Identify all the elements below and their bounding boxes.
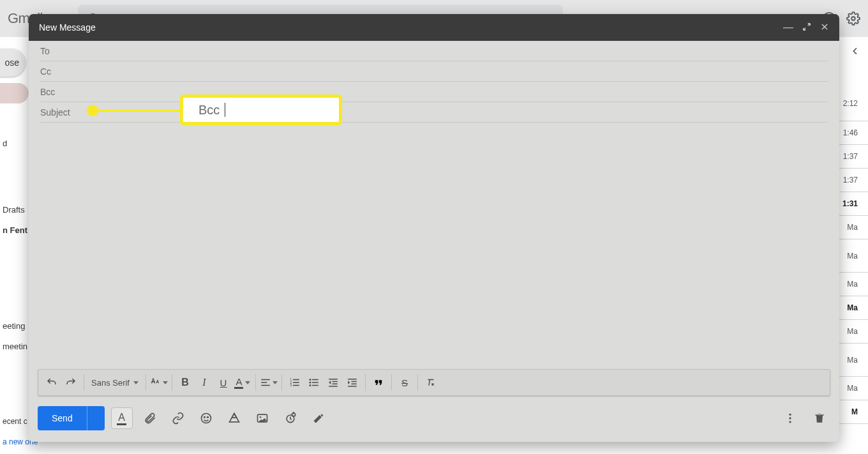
font-family-select[interactable]: Sans Serif bbox=[87, 378, 142, 388]
svg-point-15 bbox=[309, 382, 311, 384]
to-label: To bbox=[40, 46, 79, 56]
svg-rect-25 bbox=[351, 381, 356, 382]
sidebar-item[interactable]: d bbox=[0, 133, 29, 153]
svg-point-29 bbox=[204, 417, 205, 418]
sidebar-item[interactable]: Drafts bbox=[0, 199, 29, 220]
annotation-box: Bcc bbox=[180, 95, 342, 125]
send-options-button[interactable] bbox=[87, 406, 105, 430]
svg-rect-23 bbox=[329, 386, 338, 387]
insert-photo-icon[interactable] bbox=[251, 407, 273, 429]
compose-window: New Message — To Cc Bcc Subject Sans Ser… bbox=[29, 14, 839, 442]
more-options-icon[interactable] bbox=[779, 407, 801, 429]
confidential-mode-icon[interactable] bbox=[280, 407, 301, 429]
svg-rect-5 bbox=[261, 379, 270, 381]
bcc-field[interactable]: Bcc bbox=[40, 82, 828, 102]
sidebar-item[interactable]: n Fent bbox=[0, 220, 29, 240]
close-icon[interactable] bbox=[820, 22, 829, 33]
compose-title: New Message bbox=[39, 22, 96, 33]
underline-icon[interactable]: U bbox=[214, 373, 233, 392]
subject-label: Subject bbox=[40, 107, 79, 117]
svg-rect-8 bbox=[293, 379, 299, 381]
svg-point-28 bbox=[201, 414, 211, 423]
numbered-list-icon[interactable]: 123 bbox=[285, 373, 304, 392]
svg-point-35 bbox=[789, 414, 791, 416]
bold-icon[interactable]: B bbox=[176, 373, 195, 392]
chevron-down-icon bbox=[273, 381, 278, 384]
formatting-toolbar: Sans Serif B I U A 123 S bbox=[38, 369, 830, 396]
annotation-label: Bcc bbox=[198, 103, 220, 117]
svg-point-36 bbox=[789, 417, 791, 419]
svg-rect-6 bbox=[261, 382, 267, 383]
chevron-down-icon bbox=[163, 381, 168, 384]
sidebar-item[interactable]: eeting bbox=[0, 315, 29, 336]
svg-point-32 bbox=[260, 416, 262, 418]
popout-icon[interactable] bbox=[802, 22, 811, 33]
svg-point-30 bbox=[207, 417, 208, 418]
svg-point-16 bbox=[309, 384, 311, 386]
cc-label: Cc bbox=[40, 66, 79, 77]
svg-rect-34 bbox=[292, 414, 295, 416]
svg-point-14 bbox=[309, 379, 311, 381]
bcc-label: Bcc bbox=[40, 87, 79, 97]
settings-gear-icon[interactable] bbox=[846, 11, 860, 26]
text-cursor bbox=[225, 103, 225, 117]
svg-rect-9 bbox=[293, 382, 299, 383]
remove-formatting-icon[interactable] bbox=[421, 373, 440, 392]
align-icon[interactable] bbox=[259, 373, 278, 392]
compose-actions: Send A bbox=[38, 402, 830, 434]
svg-rect-17 bbox=[312, 379, 318, 381]
svg-rect-18 bbox=[312, 382, 318, 383]
discard-draft-icon[interactable] bbox=[809, 407, 830, 429]
left-sidebar: d Drafts n Fent eeting meetin ecent c a … bbox=[0, 43, 29, 452]
subject-field[interactable]: Subject bbox=[40, 102, 828, 123]
send-label: Send bbox=[52, 413, 73, 423]
insert-signature-icon[interactable] bbox=[308, 407, 329, 429]
text-color-icon[interactable]: A bbox=[233, 373, 252, 392]
annotation-line bbox=[93, 110, 182, 112]
svg-rect-20 bbox=[329, 379, 338, 380]
bulleted-list-icon[interactable] bbox=[304, 373, 324, 392]
sidebar-item[interactable]: ecent c bbox=[0, 411, 29, 432]
chevron-down-icon bbox=[133, 381, 138, 384]
svg-text:3: 3 bbox=[290, 384, 292, 387]
send-button[interactable]: Send bbox=[38, 406, 105, 430]
svg-rect-21 bbox=[332, 381, 337, 382]
svg-point-4 bbox=[851, 17, 855, 20]
sidebar-item[interactable]: meetin bbox=[0, 336, 29, 356]
svg-rect-27 bbox=[348, 386, 357, 387]
svg-point-37 bbox=[789, 421, 791, 423]
svg-rect-24 bbox=[348, 379, 357, 380]
insert-drive-icon[interactable] bbox=[223, 407, 245, 429]
italic-icon[interactable]: I bbox=[195, 373, 214, 392]
sidebar-item[interactable] bbox=[0, 83, 29, 103]
formatting-options-icon[interactable]: A bbox=[111, 407, 133, 429]
cc-field[interactable]: Cc bbox=[40, 61, 828, 82]
svg-rect-7 bbox=[261, 385, 270, 386]
insert-link-icon[interactable] bbox=[167, 407, 189, 429]
font-size-icon[interactable] bbox=[149, 373, 168, 392]
indent-more-icon[interactable] bbox=[343, 373, 362, 392]
svg-rect-19 bbox=[312, 385, 318, 386]
strikethrough-icon[interactable]: S bbox=[395, 373, 414, 392]
compose-body[interactable] bbox=[29, 123, 839, 369]
attach-file-icon[interactable] bbox=[139, 407, 161, 429]
svg-rect-10 bbox=[293, 385, 299, 386]
svg-rect-22 bbox=[332, 384, 337, 385]
to-field[interactable]: To bbox=[40, 41, 828, 61]
svg-rect-26 bbox=[351, 384, 356, 385]
insert-emoji-icon[interactable] bbox=[195, 407, 217, 429]
redo-icon[interactable] bbox=[61, 373, 80, 392]
window-controls: — bbox=[783, 22, 829, 33]
quote-icon[interactable] bbox=[369, 373, 388, 392]
undo-icon[interactable] bbox=[42, 373, 61, 392]
chevron-down-icon bbox=[245, 381, 250, 384]
indent-less-icon[interactable] bbox=[324, 373, 343, 392]
chevron-left-icon[interactable] bbox=[850, 46, 860, 59]
minimize-icon[interactable]: — bbox=[783, 22, 793, 33]
sidebar-item[interactable]: a new one bbox=[0, 432, 29, 452]
compose-titlebar[interactable]: New Message — bbox=[29, 14, 839, 41]
